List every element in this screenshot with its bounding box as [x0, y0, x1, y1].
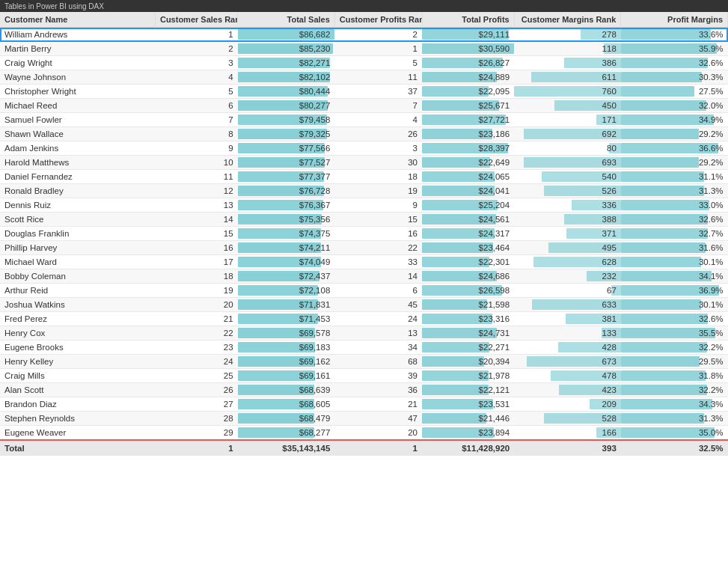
cell-total-sales: $71,453: [238, 312, 335, 326]
cell-profit-margins: 35.9%: [621, 42, 728, 56]
table-row[interactable]: Ronald Bradley 12 $76,728 19 $24,041 526…: [0, 184, 728, 198]
table-footer-row: Total 1 $35,143,145 1 $11,428,920 393 32…: [0, 440, 728, 456]
cell-sales-rank: 9: [155, 141, 237, 156]
cell-total-sales: $68,277: [238, 426, 335, 441]
table-row[interactable]: Bobby Coleman 18 $72,437 14 $24,686 232 …: [0, 269, 728, 284]
cell-name: Michael Ward: [0, 255, 155, 269]
table-row[interactable]: Craig Wright 3 $82,271 5 $26,827 386 32.…: [0, 56, 728, 70]
col-header-profits-rank[interactable]: Customer Profits Rank: [334, 12, 422, 28]
table-row[interactable]: Dennis Ruiz 13 $76,367 9 $25,204 336 33.…: [0, 198, 728, 213]
cell-margins-rank: 478: [514, 369, 621, 383]
cell-sales-rank: 7: [155, 113, 237, 127]
cell-margins-rank: 423: [514, 383, 621, 397]
cell-sales-rank: 22: [155, 326, 237, 341]
table-row[interactable]: Henry Cox 22 $69,578 13 $24,731 133 35.5…: [0, 326, 728, 341]
cell-profits-rank: 20: [334, 426, 422, 441]
cell-margins-rank: 450: [514, 99, 621, 113]
table-row[interactable]: Harold Matthews 10 $77,527 30 $22,649 69…: [0, 156, 728, 170]
table-row[interactable]: Fred Perez 21 $71,453 24 $23,316 381 32.…: [0, 312, 728, 326]
cell-margins-rank: 526: [514, 184, 621, 198]
data-table: Customer Name Customer Sales Rank Total …: [0, 12, 728, 456]
cell-profit-margins: 30.3%: [621, 70, 728, 85]
table-row[interactable]: Stephen Reynolds 28 $68,479 47 $21,446 5…: [0, 412, 728, 426]
table-row[interactable]: Michael Ward 17 $74,049 33 $22,301 628 3…: [0, 255, 728, 269]
cell-profits-rank: 15: [334, 213, 422, 227]
table-header-row: Customer Name Customer Sales Rank Total …: [0, 12, 728, 28]
col-header-total-profits[interactable]: Total Profits: [422, 12, 514, 28]
table-row[interactable]: Eugene Brooks 23 $69,183 34 $22,271 428 …: [0, 341, 728, 355]
cell-margins-rank: 381: [514, 312, 621, 326]
table-row[interactable]: Arthur Reid 19 $72,108 6 $26,598 67 36.9…: [0, 284, 728, 298]
table-row[interactable]: William Andrews 1 $86,682 2 $29,111 278 …: [0, 28, 728, 42]
cell-total-profits: $24,041: [422, 184, 514, 198]
col-header-profit-margins[interactable]: Profit Margins: [621, 12, 728, 28]
cell-sales-rank: 4: [155, 70, 237, 85]
cell-margins-rank: 133: [514, 326, 621, 341]
table-row[interactable]: Eugene Weaver 29 $68,277 20 $23,894 166 …: [0, 426, 728, 441]
cell-name: Stephen Reynolds: [0, 412, 155, 426]
cell-total-profits: $24,686: [422, 269, 514, 284]
cell-profits-rank: 16: [334, 227, 422, 241]
table-row[interactable]: Adam Jenkins 9 $77,566 3 $28,397 80 36.6…: [0, 141, 728, 156]
cell-profits-rank: 68: [334, 355, 422, 369]
cell-margins-rank: 232: [514, 269, 621, 284]
cell-total-sales: $80,277: [238, 99, 335, 113]
cell-profit-margins: 34.1%: [621, 269, 728, 284]
table-row[interactable]: Douglas Franklin 15 $74,375 16 $24,317 3…: [0, 227, 728, 241]
cell-margins-rank: 80: [514, 141, 621, 156]
col-header-name[interactable]: Customer Name: [0, 12, 155, 28]
cell-total-sales: $72,108: [238, 284, 335, 298]
table-row[interactable]: Martin Berry 2 $85,230 1 $30,590 118 35.…: [0, 42, 728, 56]
cell-total-sales: $77,377: [238, 170, 335, 184]
cell-margins-rank: 760: [514, 85, 621, 99]
table-row[interactable]: Christopher Wright 5 $80,444 37 $22,095 …: [0, 85, 728, 99]
cell-profit-margins: 34.9%: [621, 113, 728, 127]
cell-sales-rank: 8: [155, 127, 237, 141]
cell-profits-rank: 13: [334, 326, 422, 341]
cell-profits-rank: 18: [334, 170, 422, 184]
col-header-total-sales[interactable]: Total Sales: [238, 12, 335, 28]
table-row[interactable]: Daniel Fernandez 11 $77,377 18 $24,065 5…: [0, 170, 728, 184]
table-row[interactable]: Joshua Watkins 20 $71,831 45 $21,598 633…: [0, 298, 728, 312]
table-row[interactable]: Phillip Harvey 16 $74,211 22 $23,464 495…: [0, 241, 728, 255]
table-row[interactable]: Alan Scott 26 $68,639 36 $22,121 423 32.…: [0, 383, 728, 397]
cell-total-profits: $25,204: [422, 198, 514, 213]
cell-margins-rank: 386: [514, 56, 621, 70]
table-row[interactable]: Michael Reed 6 $80,277 7 $25,671 450 32.…: [0, 99, 728, 113]
cell-name: Dennis Ruiz: [0, 198, 155, 213]
cell-total-sales: $80,444: [238, 85, 335, 99]
cell-total-sales: $79,458: [238, 113, 335, 127]
cell-profit-margins: 32.6%: [621, 56, 728, 70]
table-row[interactable]: Brandon Diaz 27 $68,605 21 $23,531 209 3…: [0, 397, 728, 412]
cell-name: Fred Perez: [0, 312, 155, 326]
table-row[interactable]: Shawn Wallace 8 $79,325 26 $23,186 692 2…: [0, 127, 728, 141]
col-header-margins-rank[interactable]: Customer Margins Rank: [514, 12, 621, 28]
cell-margins-rank: 166: [514, 426, 621, 441]
table-row[interactable]: Craig Mills 25 $69,161 39 $21,978 478 31…: [0, 369, 728, 383]
cell-total-sales: $69,161: [238, 369, 335, 383]
footer-profits-rank: 1: [334, 440, 422, 456]
cell-profits-rank: 24: [334, 312, 422, 326]
cell-name: Christopher Wright: [0, 85, 155, 99]
cell-profit-margins: 29.5%: [621, 355, 728, 369]
table-row[interactable]: Wayne Johnson 4 $82,102 11 $24,889 611 3…: [0, 70, 728, 85]
table-row[interactable]: Henry Kelley 24 $69,162 68 $20,394 673 2…: [0, 355, 728, 369]
cell-profit-margins: 32.2%: [621, 341, 728, 355]
cell-profit-margins: 32.6%: [621, 312, 728, 326]
table-row[interactable]: Samuel Fowler 7 $79,458 4 $27,721 171 34…: [0, 113, 728, 127]
cell-name: Ronald Bradley: [0, 184, 155, 198]
footer-sales-rank: 1: [155, 440, 237, 456]
cell-sales-rank: 28: [155, 412, 237, 426]
cell-name: Adam Jenkins: [0, 141, 155, 156]
cell-sales-rank: 15: [155, 227, 237, 241]
cell-sales-rank: 5: [155, 85, 237, 99]
cell-profit-margins: 32.7%: [621, 227, 728, 241]
table-body: William Andrews 1 $86,682 2 $29,111 278 …: [0, 28, 728, 441]
col-header-sales-rank[interactable]: Customer Sales Rank: [155, 12, 237, 28]
cell-total-sales: $69,183: [238, 341, 335, 355]
cell-profit-margins: 29.2%: [621, 156, 728, 170]
cell-name: Arthur Reid: [0, 284, 155, 298]
cell-total-sales: $76,367: [238, 198, 335, 213]
cell-name: Joshua Watkins: [0, 298, 155, 312]
table-row[interactable]: Scott Rice 14 $75,356 15 $24,561 388 32.…: [0, 213, 728, 227]
